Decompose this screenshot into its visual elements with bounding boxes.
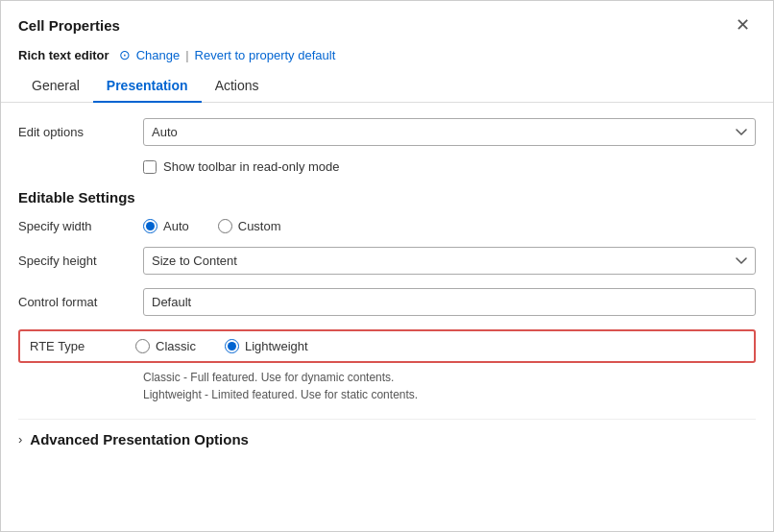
specify-width-label: Specify width xyxy=(18,219,133,233)
rich-text-editor-row: Rich text editor ⊙ Change | Revert to pr… xyxy=(1,43,773,70)
dialog-title: Cell Properties xyxy=(18,17,120,34)
rte-lightweight-label: Lightweight xyxy=(245,339,308,353)
control-format-row: Control format xyxy=(18,288,756,316)
width-auto-label: Auto xyxy=(163,219,189,233)
rte-classic-option[interactable]: Classic xyxy=(135,339,196,353)
specify-width-group: Auto Custom xyxy=(143,219,281,233)
advanced-section[interactable]: › Advanced Presentation Options xyxy=(18,419,756,447)
edit-options-select[interactable]: Auto Inline Dialog xyxy=(143,118,756,146)
dialog-header: Cell Properties ✕ xyxy=(1,1,773,43)
close-button[interactable]: ✕ xyxy=(730,14,756,36)
tab-presentation[interactable]: Presentation xyxy=(93,70,202,103)
cell-properties-dialog: Cell Properties ✕ Rich text editor ⊙ Cha… xyxy=(0,0,774,532)
edit-options-label: Edit options xyxy=(18,125,133,139)
control-format-label: Control format xyxy=(18,295,133,309)
rte-lightweight-radio[interactable] xyxy=(225,339,239,353)
width-custom-option[interactable]: Custom xyxy=(218,219,281,233)
width-custom-radio[interactable] xyxy=(218,219,232,233)
settings-icon: ⊙ xyxy=(119,47,131,62)
width-auto-radio[interactable] xyxy=(143,219,157,233)
tabs-container: General Presentation Actions xyxy=(1,70,773,103)
width-custom-label: Custom xyxy=(238,219,281,233)
rte-classic-label: Classic xyxy=(156,339,196,353)
width-auto-option[interactable]: Auto xyxy=(143,219,189,233)
chevron-right-icon: › xyxy=(18,432,22,447)
show-toolbar-checkbox[interactable] xyxy=(143,160,157,174)
rte-desc-lightweight: Lightweight - Limited featured. Use for … xyxy=(143,388,756,401)
editable-settings-title: Editable Settings xyxy=(18,189,756,206)
specify-height-control: Size to Content Fixed Auto xyxy=(143,247,756,275)
rte-type-row: RTE Type Classic Lightweight xyxy=(18,329,756,363)
rte-type-label: RTE Type xyxy=(30,339,126,353)
tab-actions[interactable]: Actions xyxy=(202,70,273,103)
control-format-input[interactable] xyxy=(143,288,756,316)
rte-classic-radio[interactable] xyxy=(135,339,150,353)
advanced-label: Advanced Presentation Options xyxy=(30,431,249,447)
edit-options-row: Edit options Auto Inline Dialog xyxy=(18,118,756,146)
pipe-separator: | xyxy=(185,48,188,62)
rte-type-group: Classic Lightweight xyxy=(135,339,308,353)
specify-height-label: Specify height xyxy=(18,254,133,268)
rte-lightweight-option[interactable]: Lightweight xyxy=(225,339,308,353)
specify-height-select[interactable]: Size to Content Fixed Auto xyxy=(143,247,756,275)
close-icon: ✕ xyxy=(736,15,750,35)
show-toolbar-label[interactable]: Show toolbar in read-only mode xyxy=(163,159,340,174)
rich-text-label: Rich text editor xyxy=(18,48,109,62)
tab-content: Edit options Auto Inline Dialog Show too… xyxy=(1,103,773,463)
change-link[interactable]: Change xyxy=(136,48,181,62)
show-toolbar-row: Show toolbar in read-only mode xyxy=(143,159,756,174)
rte-desc-classic: Classic - Full featured. Use for dynamic… xyxy=(143,371,756,384)
specify-height-row: Specify height Size to Content Fixed Aut… xyxy=(18,247,756,275)
edit-options-control: Auto Inline Dialog xyxy=(143,118,756,146)
specify-width-row: Specify width Auto Custom xyxy=(18,219,756,233)
control-format-control xyxy=(143,288,756,316)
revert-link[interactable]: Revert to property default xyxy=(195,48,336,62)
tab-general[interactable]: General xyxy=(18,70,93,103)
